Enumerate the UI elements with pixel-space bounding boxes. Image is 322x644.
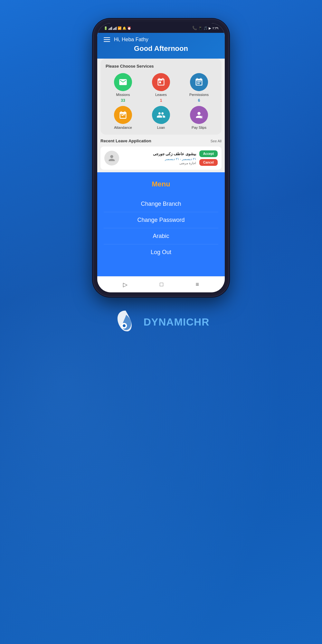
permissions-icon (190, 73, 208, 91)
payslips-icon (190, 106, 208, 124)
brand-logo-icon (113, 309, 138, 335)
service-permissions[interactable]: Permissions 6 (182, 73, 216, 103)
svg-point-5 (123, 324, 126, 327)
leaves-label: Leaves (155, 93, 166, 97)
missions-icon (114, 73, 132, 91)
recent-leave-section: Recent Leave Application See All بيشوى ع… (97, 135, 225, 172)
nav-back-icon[interactable]: ▷ (123, 281, 128, 288)
clock: ٢:٣٩ (213, 26, 218, 30)
brand-name-part2: HR (194, 316, 209, 328)
leave-type: اجازة مرضى (122, 161, 196, 165)
menu-overlay: Menu Change Branch Change Password Arabi… (97, 172, 225, 276)
services-title: Please Choose Services (106, 64, 216, 69)
alarm-icon: ⏰ (127, 26, 131, 30)
service-attendance[interactable]: Attandance (106, 106, 140, 129)
subgreeting-text: Good Afternoon (104, 44, 218, 53)
notification-icon: 🔔 (122, 26, 126, 30)
phone-frame: 🔋 📶 🔔 ⏰ (93, 19, 229, 296)
youtube-icon: ▶ (209, 26, 211, 30)
cancel-button[interactable]: Cancel (199, 159, 218, 166)
leaves-icon (152, 73, 170, 91)
user-avatar (104, 151, 119, 166)
permissions-label: Permissions (189, 93, 209, 97)
menu-item-change-branch[interactable]: Change Branch (104, 196, 218, 212)
services-card: Please Choose Services Missions 33 (100, 59, 222, 135)
greeting-text: Hi, Heba Fathy (114, 37, 148, 43)
signal-bar-2 (113, 26, 117, 30)
recent-leave-header: Recent Leave Application See All (100, 138, 222, 143)
nav-menu-icon[interactable]: ≡ (195, 281, 199, 288)
attendance-icon (114, 106, 132, 124)
wifi-icon: 📶 (118, 26, 121, 30)
brand-name: DYNAMICHR (144, 316, 210, 328)
status-bar: 🔋 📶 🔔 ⏰ (97, 23, 225, 33)
app-icon-2: 📱 (198, 26, 202, 30)
nav-home-icon[interactable]: □ (160, 281, 163, 288)
loan-icon (152, 106, 170, 124)
recent-leave-title: Recent Leave Application (100, 138, 151, 143)
svg-point-0 (162, 80, 164, 81)
attendance-label: Attandance (114, 126, 132, 129)
phone-device: 🔋 📶 🔔 ⏰ (93, 19, 229, 296)
hamburger-menu[interactable] (104, 37, 110, 42)
tiktok-icon: 🎵 (204, 26, 207, 30)
see-all-link[interactable]: See All (211, 139, 222, 143)
menu-item-logout[interactable]: Log Out (104, 244, 218, 260)
leave-card: بيشوى عاطف زكى جورجى ٢١ ديسمبر - ٢١ ديسم… (100, 147, 222, 170)
leave-info: بيشوى عاطف زكى جورجى ٢١ ديسمبر - ٢١ ديسم… (122, 152, 196, 165)
service-loan[interactable]: Loan (144, 106, 178, 129)
missions-count: 33 (121, 98, 125, 103)
phone-screen: 🔋 📶 🔔 ⏰ (97, 23, 225, 292)
missions-label: Missions (116, 93, 130, 97)
app-header: Hi, Heba Fathy Good Afternoon (97, 33, 225, 59)
service-leaves[interactable]: Leaves 1 (144, 73, 178, 103)
accept-button[interactable]: Accept (199, 150, 218, 157)
brand-name-part1: DYNAMIC (144, 316, 194, 328)
header-top: Hi, Heba Fathy (104, 37, 218, 43)
menu-item-arabic[interactable]: Arabic (104, 228, 218, 244)
services-grid: Missions 33 Leaves 1 (106, 73, 216, 129)
payslips-label: Pay Slips (192, 126, 206, 129)
leave-applicant-name: بيشوى عاطف زكى جورجى (122, 152, 196, 156)
leave-dates: ٢١ ديسمبر - ٢١ ديسمبر (122, 157, 196, 161)
status-left: 🔋 📶 🔔 ⏰ (104, 26, 131, 30)
service-payslips[interactable]: Pay Slips (182, 106, 216, 129)
brand-section: DYNAMICHR (113, 309, 210, 335)
leaves-count: 1 (160, 98, 162, 103)
signal-bar-1 (109, 26, 112, 30)
battery-icon: 🔋 (104, 26, 108, 30)
leave-actions: Accept Cancel (199, 150, 218, 166)
app-icon-1: 📞 (192, 26, 197, 30)
permissions-count: 6 (198, 98, 200, 103)
svg-rect-1 (200, 116, 203, 118)
menu-title: Menu (152, 180, 170, 188)
status-right: 📞 📱 🎵 ▶ ٢:٣٩ (192, 26, 218, 30)
service-missions[interactable]: Missions 33 (106, 73, 140, 103)
menu-item-change-password[interactable]: Change Password (104, 212, 218, 228)
bottom-nav: ▷ □ ≡ (97, 276, 225, 292)
loan-label: Loan (157, 126, 165, 129)
